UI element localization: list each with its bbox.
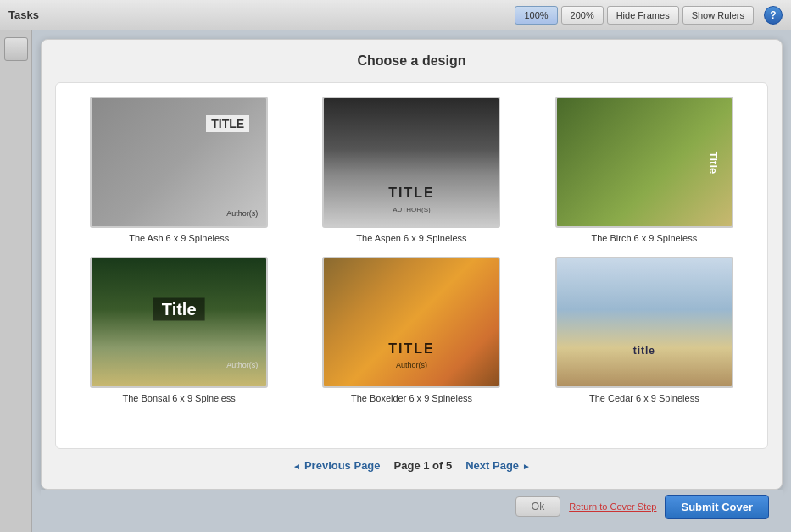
- design-item-birch[interactable]: The Birch 6 x 9 Spineless: [535, 97, 754, 243]
- zoom-100-button[interactable]: 100%: [515, 6, 557, 25]
- design-thumb-aspen: [322, 97, 500, 228]
- submit-cover-button[interactable]: Submit Cover: [665, 495, 769, 519]
- design-thumb-bonsai: [90, 257, 268, 388]
- page-info: Page 1 of 5: [394, 459, 453, 472]
- zoom-group: 100% 200% Hide Frames Show Rulers ?: [515, 6, 783, 25]
- prev-chevron-icon: [292, 459, 301, 472]
- design-label-cedar: The Cedar 6 x 9 Spineless: [589, 393, 699, 403]
- design-grid-area: The Ash 6 x 9 Spineless The Aspen 6 x 9 …: [55, 82, 768, 449]
- design-item-bonsai[interactable]: The Bonsai 6 x 9 Spineless: [70, 257, 288, 403]
- sidebar: [0, 30, 32, 532]
- design-label-boxelder: The Boxelder 6 x 9 Spineless: [351, 393, 472, 403]
- bottom-bar: Ok Return to Cover Step Submit Cover: [41, 490, 783, 524]
- design-label-birch: The Birch 6 x 9 Spineless: [591, 233, 697, 243]
- design-grid: The Ash 6 x 9 Spineless The Aspen 6 x 9 …: [70, 97, 754, 403]
- zoom-200-button[interactable]: 200%: [561, 6, 604, 25]
- toolbar: Tasks 100% 200% Hide Frames Show Rulers …: [0, 0, 791, 30]
- prev-page-label: Previous Page: [304, 459, 381, 472]
- pagination: Previous Page Page 1 of 5 Next Page: [55, 449, 768, 475]
- design-item-boxelder[interactable]: The Boxelder 6 x 9 Spineless: [302, 257, 521, 403]
- design-label-bonsai: The Bonsai 6 x 9 Spineless: [123, 393, 236, 403]
- next-page-label: Next Page: [465, 459, 519, 472]
- design-chooser-dialog: Choose a design The Ash 6 x 9 Spineless …: [41, 39, 783, 490]
- design-label-ash: The Ash 6 x 9 Spineless: [129, 233, 229, 243]
- next-page-button[interactable]: Next Page: [465, 459, 531, 472]
- sidebar-button-1[interactable]: [4, 37, 28, 61]
- design-item-aspen[interactable]: The Aspen 6 x 9 Spineless: [302, 97, 521, 243]
- show-rulers-button[interactable]: Show Rulers: [682, 6, 754, 25]
- design-label-aspen: The Aspen 6 x 9 Spineless: [356, 233, 466, 243]
- next-chevron-icon: [522, 459, 531, 472]
- ok-button[interactable]: Ok: [515, 496, 560, 517]
- design-item-cedar[interactable]: The Cedar 6 x 9 Spineless: [535, 257, 754, 403]
- design-item-ash[interactable]: The Ash 6 x 9 Spineless: [70, 97, 288, 243]
- design-thumb-birch: [555, 97, 733, 228]
- toolbar-title: Tasks: [8, 8, 39, 21]
- design-thumb-boxelder: [322, 257, 500, 388]
- main-area: Choose a design The Ash 6 x 9 Spineless …: [0, 30, 791, 532]
- design-thumb-ash: [90, 97, 268, 228]
- return-to-cover-link[interactable]: Return to Cover Step: [569, 502, 656, 512]
- dialog-title: Choose a design: [55, 53, 768, 69]
- prev-page-button[interactable]: Previous Page: [292, 459, 381, 472]
- content-panel: Choose a design The Ash 6 x 9 Spineless …: [32, 30, 791, 532]
- hide-frames-button[interactable]: Hide Frames: [607, 6, 679, 25]
- design-thumb-cedar: [555, 257, 733, 388]
- help-button[interactable]: ?: [764, 6, 783, 25]
